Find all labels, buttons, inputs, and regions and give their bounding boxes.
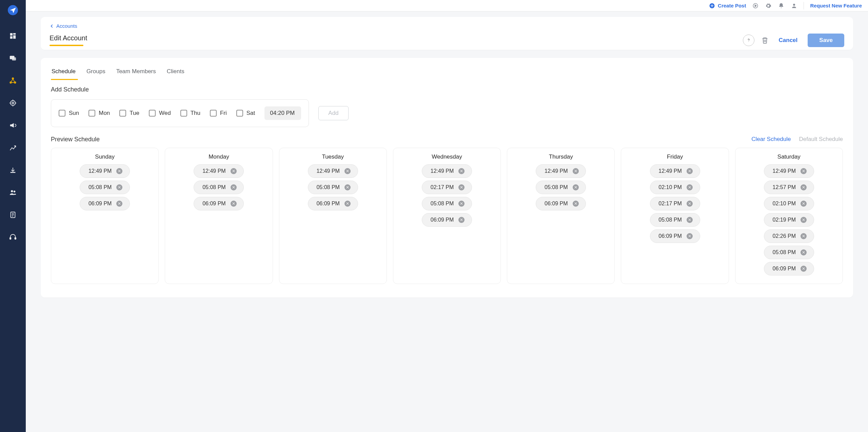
remove-slot-icon[interactable]: ✕	[458, 168, 465, 174]
time-slot[interactable]: 05:08 PM✕	[536, 181, 586, 194]
time-slot[interactable]: 05:08 PM✕	[194, 181, 244, 194]
day-check-tue[interactable]: Tue	[119, 110, 139, 117]
remove-slot-icon[interactable]: ✕	[116, 184, 122, 190]
sidebar-item-target[interactable]	[5, 95, 21, 111]
create-post-button[interactable]: Create Post	[709, 3, 746, 9]
time-slot[interactable]: 12:49 PM✕	[194, 164, 244, 178]
trash-icon	[761, 37, 769, 44]
time-slot[interactable]: 02:19 PM✕	[764, 213, 814, 227]
remove-slot-icon[interactable]: ✕	[687, 217, 693, 223]
remove-slot-icon[interactable]: ✕	[573, 168, 579, 174]
time-slot[interactable]: 12:49 PM✕	[422, 164, 472, 178]
cancel-button[interactable]: Cancel	[775, 35, 801, 46]
remove-slot-icon[interactable]: ✕	[458, 217, 465, 223]
sidebar-item-support[interactable]	[5, 229, 21, 245]
remove-slot-icon[interactable]: ✕	[687, 201, 693, 207]
remove-slot-icon[interactable]: ✕	[801, 168, 807, 174]
remove-slot-icon[interactable]: ✕	[687, 168, 693, 174]
time-slot[interactable]: 06:09 PM✕	[80, 197, 130, 210]
sidebar-item-megaphone[interactable]	[5, 117, 21, 133]
time-slot[interactable]: 06:09 PM✕	[194, 197, 244, 210]
sidebar-item-download[interactable]	[5, 162, 21, 178]
remove-slot-icon[interactable]: ✕	[344, 184, 351, 190]
time-slot[interactable]: 12:49 PM✕	[80, 164, 130, 178]
time-slot[interactable]: 06:09 PM✕	[422, 213, 472, 227]
remove-slot-icon[interactable]: ✕	[231, 184, 237, 190]
time-slot[interactable]: 02:10 PM✕	[764, 197, 814, 210]
sidebar-item-analytics[interactable]	[5, 140, 21, 156]
help-button[interactable]	[743, 35, 754, 46]
request-feature-link[interactable]: Request New Feature	[810, 3, 862, 8]
play-icon[interactable]	[752, 2, 759, 9]
sidebar-item-comments[interactable]	[5, 50, 21, 66]
time-slot[interactable]: 05:08 PM✕	[650, 213, 700, 227]
sidebar-item-team[interactable]	[5, 184, 21, 201]
delete-button[interactable]	[761, 37, 769, 44]
time-slot[interactable]: 12:49 PM✕	[764, 164, 814, 178]
save-button[interactable]: Save	[808, 34, 844, 47]
remove-slot-icon[interactable]: ✕	[458, 201, 465, 207]
checkbox-icon	[210, 110, 217, 117]
time-slot[interactable]: 05:08 PM✕	[308, 181, 358, 194]
tab-schedule[interactable]: Schedule	[51, 65, 76, 78]
remove-slot-icon[interactable]: ✕	[687, 233, 693, 239]
remove-slot-icon[interactable]: ✕	[458, 184, 465, 190]
time-slot[interactable]: 05:08 PM✕	[422, 197, 472, 210]
remove-slot-icon[interactable]: ✕	[573, 201, 579, 207]
preview-links: Clear Schedule Default Schedule	[751, 136, 843, 143]
time-slot[interactable]: 05:08 PM✕	[764, 246, 814, 259]
remove-slot-icon[interactable]: ✕	[801, 233, 807, 239]
time-slot[interactable]: 06:09 PM✕	[764, 262, 814, 275]
add-button[interactable]: Add	[318, 106, 348, 120]
remove-slot-icon[interactable]: ✕	[344, 168, 351, 174]
bell-icon[interactable]	[778, 2, 785, 9]
sidebar-item-network[interactable]	[5, 73, 21, 89]
remove-slot-icon[interactable]: ✕	[344, 201, 351, 207]
day-check-sat[interactable]: Sat	[236, 110, 255, 117]
time-slot[interactable]: 06:09 PM✕	[308, 197, 358, 210]
remove-slot-icon[interactable]: ✕	[801, 201, 807, 207]
time-slot[interactable]: 12:49 PM✕	[650, 164, 700, 178]
preview-title: Preview Schedule	[51, 136, 100, 143]
time-slot[interactable]: 12:49 PM✕	[536, 164, 586, 178]
time-slot[interactable]: 02:17 PM✕	[650, 197, 700, 210]
tab-team-members[interactable]: Team Members	[116, 65, 157, 78]
tab-groups[interactable]: Groups	[86, 65, 106, 78]
remove-slot-icon[interactable]: ✕	[801, 217, 807, 223]
time-slot[interactable]: 12:57 PM✕	[764, 181, 814, 194]
sidebar-item-document[interactable]	[5, 207, 21, 223]
remove-slot-icon[interactable]: ✕	[116, 201, 122, 207]
time-slot[interactable]: 02:10 PM✕	[650, 181, 700, 194]
remove-slot-icon[interactable]: ✕	[801, 249, 807, 255]
day-check-mon[interactable]: Mon	[88, 110, 110, 117]
time-slot[interactable]: 02:17 PM✕	[422, 181, 472, 194]
day-check-thu[interactable]: Thu	[180, 110, 200, 117]
day-label: Mon	[99, 110, 110, 117]
time-slot-label: 12:49 PM	[202, 168, 225, 174]
day-check-sun[interactable]: Sun	[59, 110, 79, 117]
clear-schedule-link[interactable]: Clear Schedule	[751, 136, 791, 143]
remove-slot-icon[interactable]: ✕	[116, 168, 122, 174]
remove-slot-icon[interactable]: ✕	[687, 184, 693, 190]
remove-slot-icon[interactable]: ✕	[231, 168, 237, 174]
remove-slot-icon[interactable]: ✕	[801, 184, 807, 190]
time-slot[interactable]: 02:26 PM✕	[764, 229, 814, 243]
time-slot[interactable]: 06:09 PM✕	[650, 229, 700, 243]
gear-icon[interactable]	[765, 2, 772, 9]
time-slot[interactable]: 06:09 PM✕	[536, 197, 586, 210]
breadcrumb[interactable]: Accounts	[50, 23, 77, 29]
time-slot[interactable]: 05:08 PM✕	[80, 181, 130, 194]
remove-slot-icon[interactable]: ✕	[573, 184, 579, 190]
svg-point-29	[748, 41, 749, 42]
user-icon[interactable]	[791, 2, 797, 9]
tab-clients[interactable]: Clients	[166, 65, 185, 78]
remove-slot-icon[interactable]: ✕	[801, 266, 807, 272]
brand-logo[interactable]	[7, 5, 18, 16]
time-slot[interactable]: 12:49 PM✕	[308, 164, 358, 178]
sidebar-item-dashboard[interactable]	[5, 28, 21, 44]
day-check-wed[interactable]: Wed	[149, 110, 171, 117]
day-check-fri[interactable]: Fri	[210, 110, 227, 117]
time-input[interactable]	[264, 106, 301, 120]
chevron-left-icon	[50, 24, 54, 28]
remove-slot-icon[interactable]: ✕	[231, 201, 237, 207]
